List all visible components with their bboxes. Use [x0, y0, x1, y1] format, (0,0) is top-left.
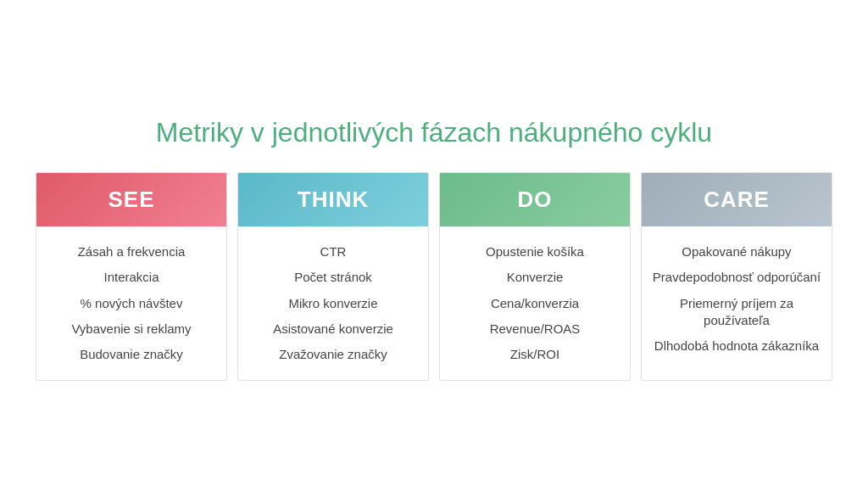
column-do: DOOpustenie košíkaKonverzieCena/konverzi…: [439, 172, 631, 381]
page-title: Metriky v jednotlivých fázach nákupného …: [36, 116, 832, 148]
metric-item: Zisk/ROI: [510, 346, 559, 363]
metric-item: Cena/konverzia: [491, 295, 579, 312]
page-wrapper: Metriky v jednotlivých fázach nákupného …: [27, 99, 841, 399]
metric-item: Zásah a frekvencia: [78, 243, 186, 260]
metric-item: Priemerný príjem za používateľa: [652, 295, 821, 330]
metric-item: Dlhodobá hodnota zákazníka: [654, 338, 819, 355]
metric-item: Revenue/ROAS: [490, 321, 581, 338]
column-do-body: Opustenie košíkaKonverzieCena/konverziaR…: [440, 226, 630, 380]
column-see-header: SEE: [36, 173, 226, 226]
metric-item: CTR: [320, 243, 347, 260]
metric-item: Opustenie košíka: [486, 243, 584, 260]
column-see: SEEZásah a frekvenciaInterakcia% nových …: [36, 172, 227, 381]
metric-item: Asistované konverzie: [273, 321, 393, 338]
column-think: THINKCTRPočet stránokMikro konverzieAsis…: [237, 172, 429, 381]
metric-item: Počet stránok: [294, 269, 372, 286]
columns-container: SEEZásah a frekvenciaInterakcia% nových …: [36, 172, 832, 381]
metric-item: Vybavenie si reklamy: [71, 321, 191, 338]
metric-item: Zvažovanie značky: [279, 346, 387, 363]
metric-item: Pravdepodobnosť odporúčaní: [653, 269, 821, 286]
metric-item: Konverzie: [507, 269, 564, 286]
metric-item: Mikro konverzie: [288, 295, 377, 312]
column-care: CAREOpakované nákupyPravdepodobnosť odpo…: [641, 172, 832, 381]
column-think-header: THINK: [238, 173, 428, 226]
column-care-header: CARE: [642, 173, 832, 226]
metric-item: Opakované nákupy: [682, 243, 791, 260]
metric-item: Interakcia: [103, 269, 159, 286]
metric-item: Budovanie značky: [80, 346, 183, 363]
column-do-header: DO: [440, 173, 630, 226]
metric-item: % nových návštev: [81, 295, 183, 312]
column-care-body: Opakované nákupyPravdepodobnosť odporúča…: [642, 226, 832, 380]
column-see-body: Zásah a frekvenciaInterakcia% nových náv…: [36, 226, 226, 380]
column-think-body: CTRPočet stránokMikro konverzieAsistovan…: [238, 226, 428, 380]
